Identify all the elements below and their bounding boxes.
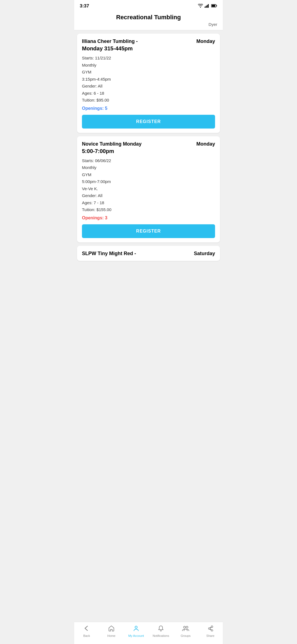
card-1-gender: Gender: All — [82, 84, 102, 88]
signal-icon — [205, 4, 210, 9]
svg-rect-5 — [212, 5, 215, 7]
svg-rect-1 — [206, 6, 207, 8]
svg-point-9 — [186, 626, 188, 628]
content-area: Illiana Cheer Tumbling - Monday Monday 3… — [74, 30, 223, 286]
class-card-3-partial: SLPW Tiny Might Red - Saturday — [77, 246, 220, 261]
register-button-1[interactable]: REGISTER — [82, 115, 215, 129]
card-2-location: GYM — [82, 172, 91, 177]
card-1-timerange: 3:15pm-4:45pm — [82, 77, 111, 81]
card-3-day: Saturday — [194, 251, 215, 256]
bottom-nav: Back Home My Account Notifications — [74, 622, 223, 644]
svg-rect-6 — [216, 5, 217, 6]
my-account-icon — [133, 625, 139, 633]
register-button-2[interactable]: REGISTER — [82, 224, 215, 238]
card-1-tuition: Tuition: $95.00 — [82, 98, 109, 102]
status-time: 3:37 — [80, 3, 89, 9]
nav-my-account[interactable]: My Account — [124, 624, 148, 638]
card-1-starts: Starts: 11/21/22 — [82, 56, 111, 60]
card-2-openings: Openings: 3 — [82, 215, 215, 220]
card-2-starts: Starts: 06/06/22 — [82, 158, 111, 163]
card-1-header: Illiana Cheer Tumbling - Monday — [82, 39, 215, 44]
card-3-header: SLPW Tiny Might Red - Saturday — [82, 251, 215, 256]
page-title: Recreational Tumbling — [79, 14, 218, 21]
groups-icon — [182, 625, 189, 633]
card-1-time: Monday 315-445pm — [82, 45, 215, 52]
card-3-title: SLPW Tiny Might Red - — [82, 251, 192, 256]
card-1-location: GYM — [82, 70, 91, 74]
card-1-day: Monday — [196, 39, 215, 44]
svg-rect-3 — [208, 4, 209, 8]
location-label: Dyer — [79, 22, 218, 27]
nav-share[interactable]: Share — [198, 624, 223, 638]
card-2-ages: Ages: 7 - 18 — [82, 200, 104, 205]
card-1-title: Illiana Cheer Tumbling - — [82, 39, 194, 44]
card-1-openings: Openings: 5 — [82, 106, 215, 111]
card-2-info: Starts: 06/06/22 Monthly GYM 5:00pm-7:00… — [82, 157, 215, 213]
notifications-icon — [158, 625, 164, 633]
class-card-1: Illiana Cheer Tumbling - Monday Monday 3… — [77, 34, 220, 133]
card-1-info: Starts: 11/21/22 Monthly GYM 3:15pm-4:45… — [82, 54, 215, 104]
nav-home-label: Home — [107, 634, 115, 637]
status-bar: 3:37 — [74, 0, 223, 11]
back-icon — [83, 625, 90, 633]
class-card-2: Novice Tumbling Monday Monday 5:00-7:00p… — [77, 136, 220, 242]
nav-home[interactable]: Home — [99, 624, 124, 638]
card-1-billing: Monthly — [82, 63, 97, 67]
card-2-header: Novice Tumbling Monday Monday — [82, 141, 215, 147]
battery-icon — [211, 4, 217, 8]
status-icons — [198, 4, 217, 9]
svg-point-8 — [184, 626, 186, 628]
card-2-instructor: Ve-Ve K. — [82, 186, 98, 191]
nav-back[interactable]: Back — [74, 624, 99, 638]
svg-rect-0 — [205, 7, 205, 8]
card-2-billing: Monthly — [82, 165, 97, 170]
wifi-icon — [198, 4, 203, 9]
card-2-day: Monday — [196, 141, 215, 147]
nav-groups-label: Groups — [181, 634, 191, 637]
share-icon — [207, 625, 214, 633]
nav-notifications-label: Notifications — [153, 634, 169, 637]
card-2-timerange: 5:00pm-7:00pm — [82, 179, 111, 184]
nav-notifications[interactable]: Notifications — [148, 624, 173, 638]
card-2-tuition: Tuition: $155.00 — [82, 207, 111, 212]
nav-groups[interactable]: Groups — [173, 624, 198, 638]
page-header: Recreational Tumbling Dyer — [74, 11, 223, 30]
svg-point-7 — [135, 626, 137, 628]
card-1-ages: Ages: 6 - 18 — [82, 91, 104, 95]
nav-back-label: Back — [83, 634, 90, 637]
nav-share-label: Share — [206, 634, 214, 637]
card-2-gender: Gender: All — [82, 193, 102, 198]
home-icon — [108, 625, 115, 633]
card-2-title: Novice Tumbling Monday — [82, 141, 194, 147]
svg-rect-2 — [207, 5, 208, 8]
card-2-time: 5:00-7:00pm — [82, 148, 215, 154]
nav-my-account-label: My Account — [128, 634, 144, 637]
